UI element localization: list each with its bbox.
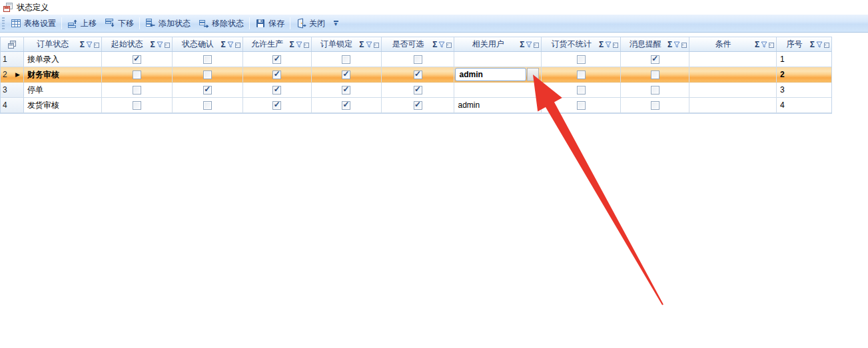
cell-seq[interactable]: 1 [777, 52, 831, 67]
cell-allow-production[interactable] [243, 83, 312, 98]
cell-allow-production[interactable] [243, 98, 312, 113]
filter-icon[interactable] [366, 41, 372, 48]
user-picker-ellipsis-button[interactable] [527, 68, 539, 81]
column-header-start-status[interactable]: 起始状态 Σ [102, 37, 173, 51]
close-button[interactable]: 关闭 [292, 16, 329, 31]
cell-no-stat[interactable] [542, 67, 621, 83]
checkbox[interactable] [651, 55, 659, 64]
cell-order-status[interactable]: 财务审核 [24, 67, 102, 83]
filter-icon[interactable] [816, 41, 823, 48]
cell-start-status[interactable] [102, 67, 173, 83]
checkbox[interactable] [133, 71, 141, 79]
checkbox[interactable] [342, 71, 350, 79]
checkbox[interactable] [342, 101, 350, 110]
cell-seq[interactable]: 3 [777, 83, 831, 98]
checkbox[interactable] [342, 86, 350, 94]
sum-icon[interactable]: Σ [810, 40, 815, 49]
select-all-header-cell[interactable] [1, 37, 24, 51]
cell-related-users[interactable]: admin [454, 98, 542, 113]
save-button[interactable]: 保存 [251, 16, 288, 31]
pin-icon[interactable] [681, 42, 687, 47]
checkbox[interactable] [203, 55, 212, 64]
cell-selectable[interactable] [382, 52, 455, 67]
cell-start-status[interactable] [102, 98, 173, 113]
checkbox[interactable] [414, 101, 422, 110]
cell-selectable[interactable] [382, 98, 455, 113]
filter-icon[interactable] [761, 41, 767, 48]
checkbox[interactable] [133, 86, 141, 94]
pin-icon[interactable] [94, 42, 99, 47]
column-header-order-lock[interactable]: 订单锁定 Σ [312, 37, 382, 51]
pin-icon[interactable] [235, 42, 240, 47]
pin-icon[interactable] [613, 42, 618, 47]
column-header-allow-production[interactable]: 允许生产 Σ [243, 37, 312, 51]
filter-icon[interactable] [438, 41, 445, 48]
pin-icon[interactable] [304, 42, 309, 47]
row-header[interactable]: 3 [1, 83, 24, 98]
cell-selectable[interactable] [382, 83, 455, 98]
cell-status-confirm[interactable] [173, 98, 243, 113]
cell-status-confirm[interactable] [173, 83, 243, 98]
column-header-selectable[interactable]: 是否可选 Σ [382, 37, 455, 51]
table-row-selected[interactable]: 2 ▶ 财务审核 2 [1, 67, 831, 83]
table-row[interactable]: 4 发货审核 admin 4 [1, 98, 831, 113]
sum-icon[interactable]: Σ [80, 40, 85, 49]
pin-icon[interactable] [446, 42, 452, 47]
column-header-message-remind[interactable]: 消息提醒 Σ [621, 37, 689, 51]
cell-seq[interactable]: 2 [777, 67, 831, 83]
checkbox[interactable] [342, 55, 350, 64]
cell-start-status[interactable] [102, 83, 173, 98]
sum-icon[interactable]: Σ [599, 40, 604, 49]
checkbox[interactable] [414, 71, 422, 79]
checkbox[interactable] [272, 101, 281, 110]
cell-message-remind[interactable] [621, 83, 689, 98]
cell-order-lock[interactable] [312, 98, 382, 113]
table-row[interactable]: 1 接单录入 1 [1, 52, 831, 67]
cell-condition[interactable] [689, 67, 777, 83]
pin-icon[interactable] [534, 42, 539, 47]
related-user-input[interactable] [455, 68, 526, 81]
move-down-button[interactable]: 下移 [101, 16, 138, 31]
sum-icon[interactable]: Σ [667, 40, 672, 49]
filter-icon[interactable] [673, 41, 680, 48]
cell-order-status[interactable]: 接单录入 [24, 52, 102, 67]
move-up-button[interactable]: 上移 [63, 16, 101, 31]
filter-icon[interactable] [86, 41, 93, 48]
column-header-seq[interactable]: 序号 Σ [777, 37, 831, 51]
cell-related-users-editing[interactable] [454, 67, 542, 83]
checkbox[interactable] [272, 55, 281, 64]
sum-icon[interactable]: Σ [432, 40, 437, 49]
checkbox[interactable] [651, 101, 659, 110]
cell-start-status[interactable] [102, 52, 173, 67]
row-header[interactable]: 4 [1, 98, 24, 113]
checkbox[interactable] [203, 86, 212, 94]
cell-selectable[interactable] [382, 67, 455, 83]
cell-order-status[interactable]: 停单 [24, 83, 102, 98]
checkbox[interactable] [272, 71, 281, 79]
cell-message-remind[interactable] [621, 67, 689, 83]
toolbar-overflow-button[interactable]: ▼ [332, 21, 340, 26]
cell-status-confirm[interactable] [173, 52, 243, 67]
column-header-related-users[interactable]: 相关用户 Σ [454, 37, 542, 51]
table-settings-button[interactable]: 表格设置 [7, 16, 60, 31]
pin-icon[interactable] [769, 42, 774, 47]
cell-no-stat[interactable] [542, 98, 621, 113]
column-header-status-confirm[interactable]: 状态确认 Σ [173, 37, 243, 51]
checkbox[interactable] [577, 101, 586, 110]
checkbox[interactable] [133, 55, 141, 64]
column-header-condition[interactable]: 条件 Σ [689, 37, 777, 51]
sum-icon[interactable]: Σ [289, 40, 294, 49]
checkbox[interactable] [272, 86, 281, 94]
checkbox[interactable] [414, 55, 422, 64]
cell-no-stat[interactable] [542, 83, 621, 98]
checkbox[interactable] [651, 71, 659, 79]
add-status-button[interactable]: 添加状态 [141, 16, 195, 31]
row-header[interactable]: 2 ▶ [1, 67, 24, 83]
pin-icon[interactable] [374, 42, 379, 47]
cell-order-lock[interactable] [312, 67, 382, 83]
checkbox[interactable] [414, 86, 422, 94]
checkbox[interactable] [577, 71, 586, 79]
cell-order-lock[interactable] [312, 52, 382, 67]
cell-related-users[interactable] [454, 52, 542, 67]
checkbox[interactable] [651, 86, 659, 94]
